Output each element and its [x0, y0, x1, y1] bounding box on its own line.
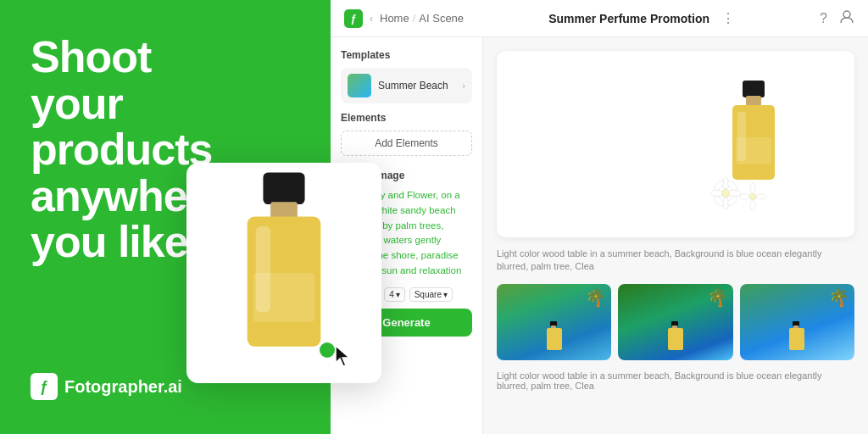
more-options-icon[interactable]: ⋮ — [721, 10, 735, 26]
thumbnail-1[interactable]: 🌴 — [497, 284, 611, 360]
svg-point-16 — [729, 191, 741, 197]
templates-section-label: Templates — [341, 49, 472, 61]
palm-icon-2: 🌴 — [707, 287, 728, 308]
svg-marker-5 — [336, 346, 349, 366]
palm-icon-3: 🌴 — [828, 287, 849, 308]
add-elements-button[interactable]: Add Elements — [341, 131, 472, 156]
elements-section: Elements Add Elements — [341, 112, 472, 166]
template-chevron-icon: › — [462, 81, 465, 91]
svg-point-6 — [843, 11, 850, 18]
user-icon[interactable] — [839, 9, 854, 28]
svg-rect-28 — [547, 328, 562, 350]
elements-section-label: Elements — [341, 112, 472, 124]
nav-right-actions: ? — [820, 9, 854, 28]
breadcrumb-scene[interactable]: AI Scene — [419, 12, 464, 25]
thumb-bottle-2 — [665, 320, 686, 353]
canvas-caption1: Light color wood table in a summer beach… — [497, 248, 854, 274]
svg-point-15 — [710, 191, 722, 197]
breadcrumb-sep1: / — [413, 12, 416, 25]
canvas-area: Light color wood table in a summer beach… — [483, 37, 868, 434]
hero-line4: you like. — [31, 217, 199, 266]
shape-chevron-icon: ▾ — [443, 290, 448, 299]
template-item-summer-beach[interactable]: Summer Beach › — [341, 68, 472, 103]
top-nav: ƒ ‹ Home / AI Scene Summer Perfume Promo… — [331, 0, 868, 37]
floating-product-card — [186, 163, 381, 383]
breadcrumb: Home / AI Scene — [380, 12, 464, 25]
svg-rect-8 — [746, 96, 761, 106]
thumbnails-row: 🌴 🌴 🌴 — [497, 284, 854, 360]
svg-point-21 — [749, 193, 756, 200]
thumbnail-3[interactable]: 🌴 — [740, 284, 854, 360]
breadcrumb-home[interactable]: Home — [380, 12, 409, 25]
hero-line2: your products — [31, 79, 212, 175]
svg-rect-0 — [263, 173, 304, 205]
app-logo: ƒ — [344, 9, 363, 28]
template-name: Summer Beach — [378, 80, 455, 92]
canvas-caption2: Light color wood table in a summer beach… — [497, 370, 854, 391]
hero-line1: Shoot — [31, 32, 151, 81]
daisy-decoration-svg — [710, 170, 770, 212]
svg-rect-34 — [789, 328, 804, 350]
page-title: Summer Perfume Promotion — [548, 12, 709, 25]
cursor-icon — [332, 344, 356, 368]
svg-rect-7 — [743, 81, 765, 97]
generation-count-select[interactable]: 4 ▾ — [384, 287, 405, 302]
template-thumbnail — [348, 74, 371, 97]
svg-point-22 — [750, 183, 755, 193]
count-chevron-icon: ▾ — [396, 290, 400, 299]
brand-name: Fotographer.ai — [64, 377, 182, 397]
svg-rect-1 — [270, 202, 298, 219]
palm-icon-1: 🌴 — [585, 287, 606, 308]
svg-rect-11 — [736, 137, 771, 164]
svg-rect-31 — [668, 328, 683, 350]
nav-back-chevron[interactable]: ‹ — [370, 13, 373, 25]
svg-point-24 — [739, 194, 749, 199]
main-canvas[interactable] — [497, 51, 854, 237]
svg-point-25 — [756, 194, 766, 199]
app-panel: ƒ ‹ Home / AI Scene Summer Perfume Promo… — [331, 0, 868, 434]
generation-shape-select[interactable]: Square ▾ — [409, 287, 453, 302]
thumb-bottle-3 — [787, 320, 807, 353]
help-icon[interactable]: ? — [820, 11, 827, 26]
svg-point-23 — [750, 200, 755, 210]
thumb-bottle-1 — [544, 320, 565, 353]
main-content: Templates Summer Beach › Elements Add El… — [331, 37, 868, 434]
svg-rect-4 — [253, 273, 314, 322]
brand-icon: ƒ — [31, 373, 58, 400]
thumbnail-2[interactable]: 🌴 — [618, 284, 732, 360]
left-marketing-panel: Shoot your products anywhere you like. ƒ — [0, 0, 331, 434]
svg-point-12 — [721, 189, 730, 198]
